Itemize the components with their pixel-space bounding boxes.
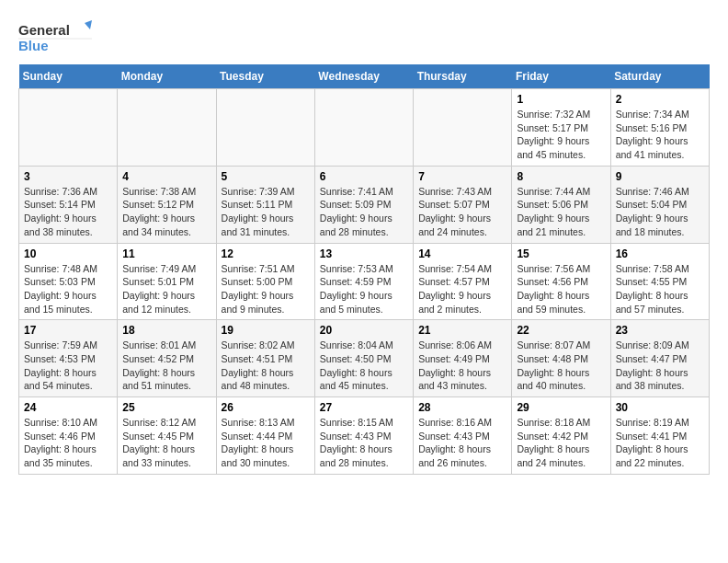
day-info: Sunrise: 7:58 AM Sunset: 4:55 PM Dayligh… bbox=[616, 263, 689, 315]
calendar-cell: 9Sunrise: 7:46 AM Sunset: 5:04 PM Daylig… bbox=[610, 166, 709, 243]
calendar-cell: 13Sunrise: 7:53 AM Sunset: 4:59 PM Dayli… bbox=[314, 243, 413, 320]
calendar-cell: 6Sunrise: 7:41 AM Sunset: 5:09 PM Daylig… bbox=[314, 166, 413, 243]
day-number: 21 bbox=[418, 324, 506, 337]
day-header-thursday: Thursday bbox=[414, 64, 512, 89]
day-number: 11 bbox=[122, 247, 210, 260]
calendar-cell: 18Sunrise: 8:01 AM Sunset: 4:52 PM Dayli… bbox=[118, 320, 216, 397]
day-number: 8 bbox=[517, 170, 605, 183]
day-number: 3 bbox=[24, 170, 112, 183]
day-number: 4 bbox=[122, 170, 210, 183]
day-info: Sunrise: 8:18 AM Sunset: 4:42 PM Dayligh… bbox=[517, 417, 590, 468]
day-info: Sunrise: 7:44 AM Sunset: 5:06 PM Dayligh… bbox=[517, 186, 590, 237]
day-info: Sunrise: 8:02 AM Sunset: 4:51 PM Dayligh… bbox=[222, 339, 295, 391]
day-number: 12 bbox=[222, 247, 310, 260]
calendar-cell: 14Sunrise: 7:54 AM Sunset: 4:57 PM Dayli… bbox=[414, 243, 512, 320]
day-number: 25 bbox=[122, 401, 210, 414]
day-info: Sunrise: 7:32 AM Sunset: 5:17 PM Dayligh… bbox=[517, 109, 590, 160]
calendar-cell: 26Sunrise: 8:13 AM Sunset: 4:44 PM Dayli… bbox=[216, 397, 314, 475]
calendar-cell: 11Sunrise: 7:49 AM Sunset: 5:01 PM Dayli… bbox=[118, 243, 216, 320]
day-number: 23 bbox=[616, 324, 704, 337]
day-info: Sunrise: 8:13 AM Sunset: 4:44 PM Dayligh… bbox=[222, 417, 295, 468]
calendar-cell: 3Sunrise: 7:36 AM Sunset: 5:14 PM Daylig… bbox=[19, 166, 118, 243]
calendar-cell: 17Sunrise: 7:59 AM Sunset: 4:53 PM Dayli… bbox=[19, 320, 118, 397]
day-number: 20 bbox=[320, 324, 408, 337]
day-info: Sunrise: 7:56 AM Sunset: 4:56 PM Dayligh… bbox=[517, 263, 590, 315]
logo-svg: General Blue bbox=[18, 18, 92, 55]
calendar-cell: 21Sunrise: 8:06 AM Sunset: 4:49 PM Dayli… bbox=[414, 320, 512, 397]
svg-text:General: General bbox=[18, 22, 70, 38]
day-info: Sunrise: 7:48 AM Sunset: 5:03 PM Dayligh… bbox=[24, 263, 97, 315]
calendar-cell bbox=[118, 89, 216, 167]
day-info: Sunrise: 7:34 AM Sunset: 5:16 PM Dayligh… bbox=[616, 109, 689, 160]
header: General Blue bbox=[18, 18, 710, 55]
day-header-wednesday: Wednesday bbox=[314, 64, 413, 89]
calendar-cell: 10Sunrise: 7:48 AM Sunset: 5:03 PM Dayli… bbox=[19, 243, 118, 320]
day-info: Sunrise: 7:43 AM Sunset: 5:07 PM Dayligh… bbox=[418, 186, 492, 237]
day-info: Sunrise: 7:41 AM Sunset: 5:09 PM Dayligh… bbox=[320, 186, 393, 237]
day-number: 6 bbox=[320, 170, 408, 183]
day-info: Sunrise: 7:54 AM Sunset: 4:57 PM Dayligh… bbox=[418, 263, 492, 315]
day-info: Sunrise: 8:19 AM Sunset: 4:41 PM Dayligh… bbox=[616, 417, 689, 468]
calendar-cell: 1Sunrise: 7:32 AM Sunset: 5:17 PM Daylig… bbox=[512, 89, 610, 167]
day-number: 22 bbox=[517, 324, 605, 337]
day-number: 13 bbox=[320, 247, 408, 260]
calendar-cell: 24Sunrise: 8:10 AM Sunset: 4:46 PM Dayli… bbox=[19, 397, 118, 475]
day-number: 16 bbox=[616, 247, 704, 260]
day-header-tuesday: Tuesday bbox=[216, 64, 314, 89]
day-number: 9 bbox=[616, 170, 704, 183]
calendar-cell: 4Sunrise: 7:38 AM Sunset: 5:12 PM Daylig… bbox=[118, 166, 216, 243]
day-number: 5 bbox=[222, 170, 310, 183]
day-info: Sunrise: 7:53 AM Sunset: 4:59 PM Dayligh… bbox=[320, 263, 393, 315]
calendar: SundayMondayTuesdayWednesdayThursdayFrid… bbox=[18, 64, 710, 475]
calendar-cell bbox=[414, 89, 512, 167]
day-number: 15 bbox=[517, 247, 605, 260]
calendar-cell: 15Sunrise: 7:56 AM Sunset: 4:56 PM Dayli… bbox=[512, 243, 610, 320]
calendar-cell: 8Sunrise: 7:44 AM Sunset: 5:06 PM Daylig… bbox=[512, 166, 610, 243]
day-info: Sunrise: 8:07 AM Sunset: 4:48 PM Dayligh… bbox=[517, 339, 590, 391]
day-number: 29 bbox=[517, 401, 605, 414]
day-info: Sunrise: 7:36 AM Sunset: 5:14 PM Dayligh… bbox=[24, 186, 97, 237]
calendar-cell: 5Sunrise: 7:39 AM Sunset: 5:11 PM Daylig… bbox=[216, 166, 314, 243]
calendar-cell bbox=[314, 89, 413, 167]
day-number: 1 bbox=[517, 93, 605, 106]
day-header-monday: Monday bbox=[118, 64, 216, 89]
day-info: Sunrise: 7:38 AM Sunset: 5:12 PM Dayligh… bbox=[122, 186, 196, 237]
calendar-cell: 30Sunrise: 8:19 AM Sunset: 4:41 PM Dayli… bbox=[610, 397, 709, 475]
svg-text:Blue: Blue bbox=[18, 38, 49, 53]
day-number: 10 bbox=[24, 247, 112, 260]
day-info: Sunrise: 7:59 AM Sunset: 4:53 PM Dayligh… bbox=[24, 339, 97, 391]
calendar-cell: 25Sunrise: 8:12 AM Sunset: 4:45 PM Dayli… bbox=[118, 397, 216, 475]
calendar-cell: 27Sunrise: 8:15 AM Sunset: 4:43 PM Dayli… bbox=[314, 397, 413, 475]
calendar-cell: 22Sunrise: 8:07 AM Sunset: 4:48 PM Dayli… bbox=[512, 320, 610, 397]
day-info: Sunrise: 8:10 AM Sunset: 4:46 PM Dayligh… bbox=[24, 417, 97, 468]
day-info: Sunrise: 8:06 AM Sunset: 4:49 PM Dayligh… bbox=[418, 339, 492, 391]
day-info: Sunrise: 8:04 AM Sunset: 4:50 PM Dayligh… bbox=[320, 339, 393, 391]
day-info: Sunrise: 8:16 AM Sunset: 4:43 PM Dayligh… bbox=[418, 417, 492, 468]
day-header-saturday: Saturday bbox=[610, 64, 709, 89]
day-number: 28 bbox=[418, 401, 506, 414]
day-number: 18 bbox=[122, 324, 210, 337]
calendar-cell: 20Sunrise: 8:04 AM Sunset: 4:50 PM Dayli… bbox=[314, 320, 413, 397]
day-number: 14 bbox=[418, 247, 506, 260]
calendar-cell: 16Sunrise: 7:58 AM Sunset: 4:55 PM Dayli… bbox=[610, 243, 709, 320]
calendar-cell: 23Sunrise: 8:09 AM Sunset: 4:47 PM Dayli… bbox=[610, 320, 709, 397]
calendar-cell bbox=[19, 89, 118, 167]
day-number: 26 bbox=[222, 401, 310, 414]
day-info: Sunrise: 7:49 AM Sunset: 5:01 PM Dayligh… bbox=[122, 263, 196, 315]
day-number: 30 bbox=[616, 401, 704, 414]
day-info: Sunrise: 8:15 AM Sunset: 4:43 PM Dayligh… bbox=[320, 417, 393, 468]
calendar-cell: 12Sunrise: 7:51 AM Sunset: 5:00 PM Dayli… bbox=[216, 243, 314, 320]
day-number: 7 bbox=[418, 170, 506, 183]
day-info: Sunrise: 8:09 AM Sunset: 4:47 PM Dayligh… bbox=[616, 339, 689, 391]
calendar-cell: 7Sunrise: 7:43 AM Sunset: 5:07 PM Daylig… bbox=[414, 166, 512, 243]
day-number: 17 bbox=[24, 324, 112, 337]
calendar-cell: 19Sunrise: 8:02 AM Sunset: 4:51 PM Dayli… bbox=[216, 320, 314, 397]
calendar-cell bbox=[216, 89, 314, 167]
day-number: 19 bbox=[222, 324, 310, 337]
logo: General Blue bbox=[18, 18, 92, 55]
day-number: 2 bbox=[616, 93, 704, 106]
day-info: Sunrise: 7:39 AM Sunset: 5:11 PM Dayligh… bbox=[222, 186, 295, 237]
day-number: 27 bbox=[320, 401, 408, 414]
day-info: Sunrise: 7:51 AM Sunset: 5:00 PM Dayligh… bbox=[222, 263, 295, 315]
day-number: 24 bbox=[24, 401, 112, 414]
